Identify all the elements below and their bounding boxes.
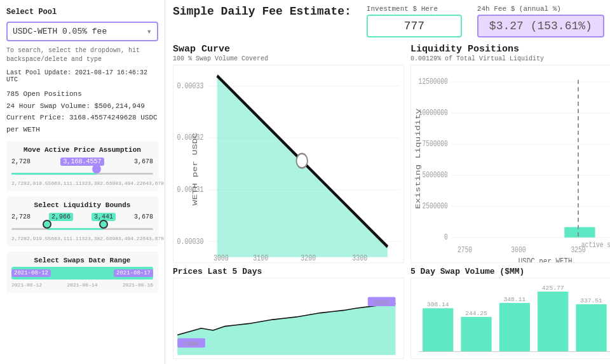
date-labels: 2021-08-12 2021-08-14 2021-08-16	[11, 282, 153, 288]
liquidity-bounds-title: Select Liquidity Bounds	[11, 201, 153, 209]
prices-chart: Prices Last 5 Days 2980 3330	[173, 267, 404, 359]
svg-rect-51	[576, 304, 606, 352]
svg-text:308.14: 308.14	[427, 302, 449, 308]
pool-stats: 785 Open Positions 24 Hour Swap Volume: …	[6, 88, 158, 136]
price-fill	[11, 173, 97, 175]
svg-text:active swap price: active swap price	[581, 239, 610, 249]
liquidity-title: Liquidity Positions	[410, 44, 610, 55]
price-row: 2,728 3,168.4557 3,678	[11, 158, 153, 166]
swap-curve-area: 0.00033 0.00032 0.00031 0.00030	[173, 65, 404, 263]
pool-dropdown[interactable]: USDC-WETH 0.05% fee ▾	[6, 22, 158, 41]
fee-title: Simple Daily Fee Estimate:	[173, 5, 351, 18]
svg-text:3000: 3000	[214, 253, 229, 262]
svg-text:7500000: 7500000	[422, 139, 448, 149]
svg-point-10	[296, 154, 307, 168]
svg-text:0.00033: 0.00033	[177, 81, 204, 91]
svg-text:Existing Liquidity: Existing Liquidity	[414, 108, 423, 209]
prices-title: Prices Last 5 Days	[173, 267, 404, 276]
svg-rect-45	[461, 317, 491, 352]
svg-text:3200: 3200	[301, 253, 316, 262]
svg-text:244.25: 244.25	[465, 310, 487, 316]
liq-bottom-labels: 2,728 2,919.5566 3,111.1132 3,382.6698 3…	[11, 236, 153, 241]
price-thumb[interactable]	[92, 165, 101, 173]
date-range-bar[interactable]: 2021-08-12 2021-08-17	[11, 267, 153, 280]
fee-result-col: 24h Fee $ (annual %) $3.27 (153.61%)	[477, 5, 604, 37]
svg-text:0: 0	[444, 233, 448, 242]
svg-text:12500000: 12500000	[419, 77, 448, 86]
swap-curve-title: Swap Curve	[173, 44, 404, 55]
liquidity-bounds-section: Select Liquidity Bounds 2,728 2,966 3,44…	[6, 196, 158, 246]
pool-value: USDC-WETH 0.05% fee	[13, 27, 107, 36]
svg-text:425.77: 425.77	[542, 285, 564, 291]
volume-title: 5 Day Swap Volume ($MM)	[410, 267, 610, 276]
fee-row: Simple Daily Fee Estimate: Investment $ …	[173, 5, 610, 37]
svg-text:2750: 2750	[458, 245, 472, 254]
swap-curve-subtitle: 100 % Swap Volume Covered	[173, 55, 404, 62]
svg-text:2500000: 2500000	[422, 201, 448, 211]
current-price: Current Price: 3168.45574249628 USDC per…	[6, 112, 158, 135]
svg-rect-49	[538, 292, 568, 352]
liq-fill	[47, 228, 104, 230]
fee-result-value: $3.27 (153.61%)	[477, 15, 604, 37]
price-assumption-section: Move Active Price Assumption 2,728 3,168…	[6, 141, 158, 191]
open-positions: 785 Open Positions	[6, 88, 158, 100]
svg-text:2980: 2980	[183, 341, 198, 347]
svg-text:5000000: 5000000	[422, 170, 448, 180]
last-update: Last Pool Update: 2021-08-17 16:46:32 UT…	[6, 69, 158, 83]
liq-low: 2,966	[49, 213, 73, 221]
liq-slider-track[interactable]	[11, 223, 153, 234]
liq-thumb-right[interactable]	[99, 220, 108, 229]
svg-text:3000: 3000	[511, 245, 525, 254]
liq-thumb-left[interactable]	[43, 220, 51, 229]
svg-text:USDC per WETH: USDC per WETH	[518, 257, 573, 262]
svg-rect-29	[564, 227, 595, 238]
swap-volume: 24 Hour Swap Volume: $506,214,949	[6, 100, 158, 112]
fee-result-label: 24h Fee $ (annual %)	[477, 5, 604, 13]
investment-label: Investment $ Here	[367, 5, 462, 13]
svg-text:3100: 3100	[253, 253, 268, 262]
svg-text:10000000: 10000000	[419, 108, 448, 118]
charts-row: Swap Curve 100 % Swap Volume Covered 0.0…	[173, 44, 610, 263]
volume-chart: 5 Day Swap Volume ($MM) 308.14 244.25 34…	[410, 267, 610, 359]
date-start-tag: 2021-08-12	[11, 269, 51, 277]
svg-rect-47	[499, 303, 530, 352]
chevron-down-icon: ▾	[147, 26, 152, 37]
price-min: 2,728	[11, 158, 30, 165]
liquidity-area: 12500000 10000000 7500000 5000000 250000…	[410, 65, 610, 263]
svg-rect-43	[423, 308, 453, 351]
date-range-title: Select Swaps Date Range	[11, 257, 153, 264]
svg-text:337.51: 337.51	[580, 297, 602, 304]
price-max: 3,678	[134, 158, 153, 165]
volume-area: 308.14 244.25 348.11 425.77 337.51	[410, 278, 610, 359]
price-slider-track[interactable]	[11, 168, 153, 179]
date-range-section: Select Swaps Date Range 2021-08-12 2021-…	[6, 252, 158, 293]
investment-input[interactable]	[367, 15, 462, 37]
bottom-row: Prices Last 5 Days 2980 3330	[173, 267, 610, 359]
date-end-tag: 2021-08-17	[114, 269, 153, 277]
swap-curve-box: Swap Curve 100 % Swap Volume Covered 0.0…	[173, 44, 404, 263]
liq-row: 2,728 2,966 3,441 3,678	[11, 213, 153, 221]
svg-text:WETH per USDC: WETH per USDC	[191, 133, 200, 206]
liquidity-box: Liquidity Positions 0.00129% of Total Vi…	[410, 44, 610, 263]
prices-area: 2980 3330	[173, 278, 404, 359]
select-pool-label: Select Pool	[6, 8, 158, 17]
liq-min: 2,728	[11, 213, 30, 220]
left-panel: Select Pool USDC-WETH 0.05% fee ▾ To sea…	[0, 0, 165, 364]
liquidity-subtitle: 0.00129% of Total Virtual Liquidity	[410, 55, 610, 62]
liq-max: 3,678	[134, 213, 153, 220]
svg-text:3300: 3300	[352, 253, 367, 262]
price-assumption-title: Move Active Price Assumption	[11, 146, 153, 154]
svg-text:3330: 3330	[374, 300, 389, 306]
svg-text:348.11: 348.11	[503, 296, 525, 302]
investment-col: Investment $ Here	[367, 5, 462, 37]
liq-track	[11, 228, 153, 230]
price-bottom-labels: 2,728 2,919.5566 3,111.1132 3,382.6698 3…	[11, 180, 153, 186]
price-track	[11, 173, 153, 175]
svg-text:0.00031: 0.00031	[177, 185, 204, 194]
svg-text:3250: 3250	[571, 245, 585, 254]
right-panel: Simple Daily Fee Estimate: Investment $ …	[165, 0, 610, 364]
svg-text:0.00030: 0.00030	[177, 236, 204, 246]
pool-hint: To search, select the dropdown, hit back…	[6, 46, 158, 64]
svg-text:0.00032: 0.00032	[177, 133, 204, 142]
